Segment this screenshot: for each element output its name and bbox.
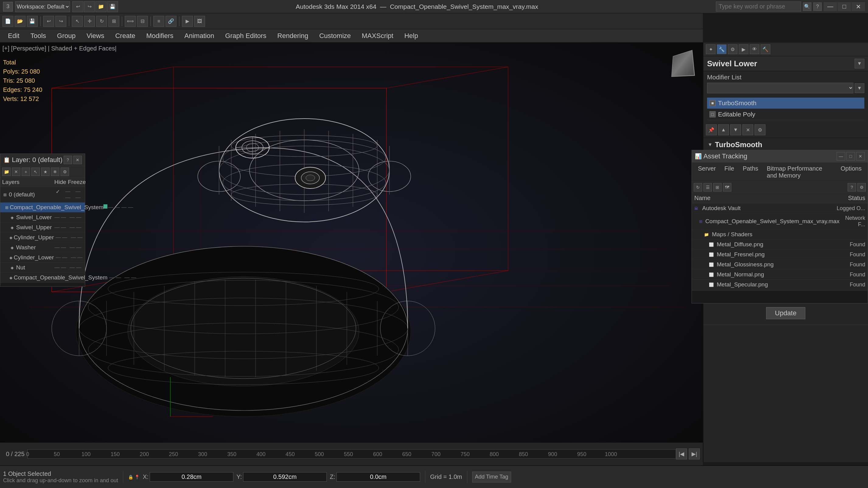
move-down-btn[interactable]: ▼	[730, 124, 741, 135]
toolbar-redo[interactable]: ↪	[55, 16, 66, 27]
layer-item-compact-system[interactable]: ◈ Compact_Openable_Swivel_System — — — —	[0, 273, 85, 283]
layer-help-btn[interactable]: ?	[64, 156, 72, 164]
layer-item-washer[interactable]: ◈ Washer — — — —	[0, 242, 85, 253]
viewport-area[interactable]: [+] [Perspective] | Shaded + Edged Faces…	[0, 42, 703, 462]
layer-item-swivel-upper[interactable]: ◈ Swivel_Upper — — — —	[0, 223, 85, 233]
asset-detail-btn[interactable]: ⊞	[713, 183, 722, 192]
asset-row-diffuse[interactable]: ⬜ Metal_Diffuse.png Found	[692, 239, 868, 250]
asset-menu-paths[interactable]: Paths	[738, 164, 763, 180]
asset-row-normal[interactable]: ⬜ Metal_Normal.png Found	[692, 270, 868, 280]
asset-menu-server[interactable]: Server	[694, 164, 720, 180]
menu-help[interactable]: Help	[399, 30, 424, 42]
toolbar-new[interactable]: 📄	[2, 16, 13, 27]
asset-help-btn[interactable]: ?	[848, 183, 856, 192]
asset-map-btn[interactable]: 🗺	[723, 183, 732, 192]
toolbar-scale[interactable]: ⊞	[108, 16, 119, 27]
asset-menu-file[interactable]: File	[720, 164, 738, 180]
asset-row-vault[interactable]: 🏛 Autodesk Vault Logged O...	[692, 203, 868, 214]
layer-item-nut[interactable]: ◈ Nut — — — —	[0, 263, 85, 273]
modifier-turbosmooth[interactable]: ■ TurboSmooth	[707, 98, 864, 109]
toolbar-save[interactable]: 💾	[27, 16, 38, 27]
menu-graph-editors[interactable]: Graph Editors	[220, 30, 272, 42]
toolbar-open[interactable]: 📂	[14, 16, 26, 27]
asset-scrollbar[interactable]	[692, 291, 868, 303]
layer-select-btn[interactable]: ↖	[31, 167, 40, 176]
undo-btn[interactable]: ↩	[72, 1, 83, 12]
layer-add-btn[interactable]: +	[22, 167, 30, 176]
panel-options-btn[interactable]: ▼	[855, 59, 864, 68]
asset-row-specular[interactable]: ⬜ Metal_Specular.png Found	[692, 280, 868, 290]
toolbar-render[interactable]: ▶	[182, 16, 193, 27]
open-btn[interactable]: 📁	[96, 1, 106, 12]
layer-highlight-btn[interactable]: ★	[41, 167, 50, 176]
modifier-editpoly[interactable]: □ Editable Poly	[707, 109, 864, 120]
menu-tools[interactable]: Tools	[25, 30, 52, 42]
menu-views[interactable]: Views	[81, 30, 110, 42]
add-time-tag-btn[interactable]: Add Time Tag	[472, 471, 511, 483]
asset-close-btn[interactable]: ✕	[856, 152, 865, 161]
menu-modifiers[interactable]: Modifiers	[141, 30, 179, 42]
asset-row-max-file[interactable]: ⊞ Compact_Openable_Swivel_System_max_vra…	[692, 214, 868, 230]
redo-btn[interactable]: ↪	[84, 1, 95, 12]
panel-hierarchy-btn[interactable]: ⚙	[728, 44, 738, 54]
asset-minimize-btn[interactable]: —	[837, 152, 845, 161]
panel-utilities-btn[interactable]: 🔨	[761, 44, 770, 54]
toolbar-undo[interactable]: ↩	[43, 16, 54, 27]
panel-modify-btn[interactable]: 🔧	[717, 44, 726, 54]
close-btn[interactable]: ✕	[851, 2, 865, 11]
timeline-end-btn[interactable]: ▶|	[689, 449, 700, 459]
layer-item-default[interactable]: ⊞ 0 (default) ✓ — — — —	[0, 187, 85, 202]
modifier-config-btn[interactable]: ▼	[855, 83, 864, 93]
layer-new-btn[interactable]: 📁	[2, 167, 11, 176]
asset-refresh-btn[interactable]: ↻	[694, 183, 702, 192]
panel-display-btn[interactable]: 👁	[750, 44, 760, 54]
asset-row-fresnel[interactable]: ⬜ Metal_Fresnel.png Found	[692, 250, 868, 260]
menu-animation[interactable]: Animation	[179, 30, 220, 42]
z-input[interactable]	[337, 472, 420, 482]
search-btn[interactable]: 🔍	[803, 2, 811, 11]
toolbar-render-frame[interactable]: 🖼	[194, 16, 205, 27]
asset-list-btn[interactable]: ☰	[704, 183, 712, 192]
info-btn[interactable]: ?	[813, 2, 822, 11]
asset-row-glossiness[interactable]: ⬜ Metal_Glossiness.png Found	[692, 260, 868, 270]
layer-close-btn[interactable]: ✕	[73, 156, 82, 164]
menu-edit[interactable]: Edit	[2, 30, 25, 42]
y-input[interactable]	[243, 472, 327, 482]
search-input[interactable]	[716, 2, 801, 11]
menu-group[interactable]: Group	[52, 30, 81, 42]
layer-scrollbar[interactable]	[0, 283, 85, 286]
toolbar-scene[interactable]: 🔗	[165, 16, 177, 27]
update-button[interactable]: Update	[766, 307, 805, 319]
modifier-dropdown[interactable]	[707, 83, 854, 93]
toolbar-mirror[interactable]: ⟺	[125, 16, 136, 27]
timeline-track[interactable]: 0 50 100 150 200 250 300 350 400 450 500…	[27, 449, 676, 458]
workspace-dropdown[interactable]: Workspace: Default	[15, 1, 70, 12]
menu-rendering[interactable]: Rendering	[272, 30, 314, 42]
layer-item-swivel-system[interactable]: ⊞ Compact_Openable_Swivel_System — — — —	[0, 202, 85, 213]
asset-row-maps[interactable]: 📁 Maps / Shaders	[692, 230, 868, 239]
toolbar-layer[interactable]: ≡	[153, 16, 164, 27]
timeline-start-btn[interactable]: |◀	[676, 449, 687, 459]
move-up-btn[interactable]: ▲	[718, 124, 729, 135]
nav-cube[interactable]	[666, 48, 697, 79]
toolbar-select[interactable]: ↖	[72, 16, 83, 27]
layer-item-cylinder-upper[interactable]: ◈ Cylinder_Upper — — — —	[0, 233, 85, 242]
x-input[interactable]	[150, 472, 234, 482]
maximize-btn[interactable]: □	[838, 2, 851, 11]
panel-create-btn[interactable]: ✦	[706, 44, 716, 54]
toolbar-align[interactable]: ⊟	[137, 16, 148, 27]
panel-motion-btn[interactable]: ▶	[739, 44, 748, 54]
layer-freeze-btn[interactable]: ❄	[51, 167, 59, 176]
toolbar-rotate[interactable]: ↻	[96, 16, 107, 27]
asset-menu-options[interactable]: Options	[836, 164, 866, 180]
save-btn[interactable]: 💾	[107, 1, 118, 12]
layer-settings-btn[interactable]: ⚙	[61, 167, 69, 176]
collapse-arrow[interactable]: ▼	[708, 142, 713, 148]
asset-menu-bitmap[interactable]: Bitmap Performance and Memory	[763, 164, 836, 180]
layer-delete-btn[interactable]: ✕	[12, 167, 20, 176]
menu-create[interactable]: Create	[110, 30, 141, 42]
menu-customize[interactable]: Customize	[314, 30, 356, 42]
toolbar-move[interactable]: ✛	[84, 16, 95, 27]
delete-mod-btn[interactable]: ✕	[742, 124, 753, 135]
layer-item-swivel-lower[interactable]: ◈ Swivel_Lower — — — —	[0, 213, 85, 223]
